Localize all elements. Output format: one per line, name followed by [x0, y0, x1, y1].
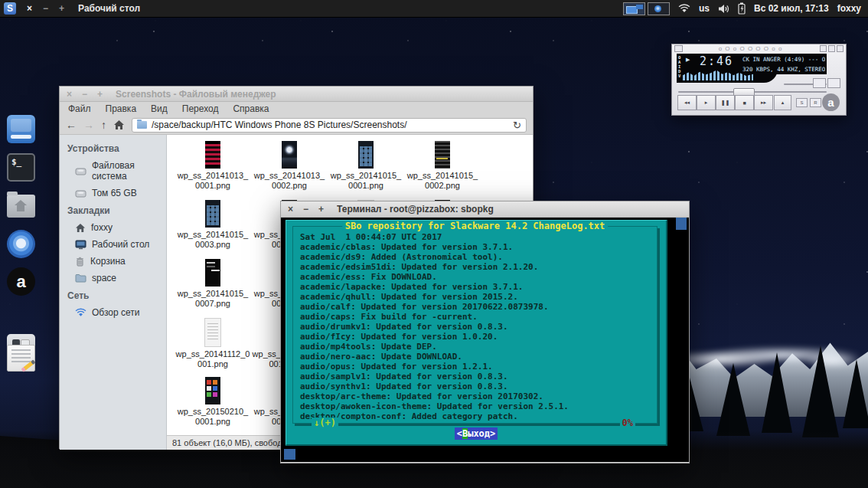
panel-clock[interactable]: Вс 02 июл, 17:13 [754, 3, 829, 14]
workspace-2[interactable] [648, 2, 670, 15]
up-icon[interactable]: ↑ [101, 120, 106, 130]
player-shade-button[interactable] [828, 45, 835, 52]
workspace-1[interactable] [623, 2, 645, 15]
volume-icon[interactable] [718, 4, 729, 14]
pause-button[interactable]: ❚❚ [716, 95, 735, 110]
stop-button[interactable]: ■ [735, 95, 754, 110]
terminal-titlebar[interactable]: × − + Терминал - root@pizzabox: sbopkg [281, 201, 689, 218]
current-path[interactable]: /space/backup/HTC Windows Phone 8S Pictu… [152, 120, 407, 130]
changelog-text: Sat Jul 1 00:44:07 UTC 2017 academic/cbl… [300, 232, 657, 421]
eject-button[interactable]: ▴ [774, 95, 791, 110]
file-item[interactable]: wp_ss_20141013_0001.png [175, 141, 251, 200]
file-manager-icon[interactable] [7, 115, 35, 143]
file-item[interactable]: wp_ss_20141112_0001.png [175, 318, 251, 377]
session-user-menu[interactable]: foxxy [837, 3, 861, 14]
fm-toolbar: ← → ↑ /space/backup/HTC Windows Phone 8S… [60, 116, 533, 135]
terminal-minimize-button[interactable]: − [303, 205, 308, 214]
exit-button[interactable]: <Выход> [455, 427, 498, 440]
equalizer-button[interactable] [813, 78, 826, 88]
app-menu-button[interactable]: S [4, 2, 16, 15]
terminal-icon[interactable]: $_ [7, 153, 35, 182]
file-thumbnail [282, 141, 297, 169]
fm-minimize-button[interactable]: − [82, 90, 87, 99]
system-tray: us Вс 02 июл, 17:13 foxxy [623, 2, 861, 15]
reload-icon[interactable]: ↻ [513, 120, 521, 131]
player-title-dots: o O o O O O O o o [719, 46, 783, 52]
sidebar-item-network-browse[interactable]: Обзор сети [60, 304, 166, 321]
menu-file[interactable]: Файл [68, 103, 91, 114]
file-thumbnail [358, 141, 374, 169]
player-close-button[interactable] [837, 45, 844, 52]
home-icon[interactable] [113, 120, 125, 130]
file-item[interactable]: wp_ss_20141013_0002.png [251, 141, 328, 200]
panel-minimize-button[interactable]: − [43, 3, 48, 14]
sidebar-item-desktop[interactable]: Рабочий стол [60, 236, 166, 253]
file-item[interactable]: wp_ss_20141015_0001.png [328, 141, 404, 200]
terminal-close-button[interactable]: × [288, 205, 293, 214]
file-item[interactable]: wp_ss_20141015_0007.png [175, 259, 251, 318]
file-name: wp_ss_20141013_0002.png [252, 171, 327, 191]
menu-edit[interactable]: Правка [106, 103, 137, 114]
file-item[interactable]: wp_ss_20141015_0002.png [404, 141, 481, 200]
player-titlebar[interactable]: o O o O O O O o o [672, 44, 846, 53]
sidebar-section-devices: Устройства [60, 139, 166, 157]
workspace-pager [623, 2, 670, 15]
audacious-logo[interactable]: a [822, 93, 840, 111]
battery-icon[interactable] [738, 2, 746, 15]
back-icon[interactable]: ← [66, 120, 77, 130]
folder-icon [137, 121, 147, 129]
player-menu-icon[interactable] [674, 45, 683, 52]
playlist-button[interactable] [827, 78, 840, 88]
player-track-title[interactable]: CK IN ANGER (4:49) --- OASIS - [742, 56, 825, 63]
keyboard-layout-indicator[interactable]: us [699, 3, 710, 14]
tree-silhouette [716, 363, 750, 436]
repeat-button[interactable]: R [810, 98, 821, 107]
fm-maximize-button[interactable]: + [97, 90, 103, 99]
forward-icon[interactable]: → [83, 120, 94, 130]
drive-icon [75, 188, 86, 198]
menu-help[interactable]: Справка [233, 103, 269, 114]
terminal-maximize-button[interactable]: + [318, 205, 324, 214]
tree-silhouette [762, 352, 792, 433]
active-window-title[interactable]: Рабочий стол [78, 3, 140, 14]
sidebar-item-home[interactable]: foxxy [60, 219, 166, 236]
audacious-icon[interactable]: a [7, 267, 35, 296]
sidebar-item-filesystem[interactable]: Файловая система [60, 157, 166, 185]
player-clutterbar[interactable]: OAIDV [678, 55, 683, 78]
pencil-glyph [21, 359, 36, 372]
fm-close-button[interactable]: × [67, 90, 72, 99]
player-minimize-button[interactable] [820, 45, 827, 52]
sidebar-item-space[interactable]: space [60, 270, 166, 287]
file-item[interactable]: wp_ss_20141015_0003.png [175, 200, 251, 259]
home-folder-icon[interactable] [7, 192, 35, 220]
panel-close-button[interactable]: × [27, 3, 32, 14]
shuffle-button[interactable]: S [796, 98, 808, 107]
sidebar-item-trash[interactable]: Корзина [60, 253, 166, 270]
player-time[interactable]: 2:46 [700, 54, 733, 68]
file-thumbnail [205, 377, 220, 404]
wifi-icon[interactable] [678, 4, 690, 13]
fm-titlebar[interactable]: × − + Screenshots - Файловый менеджер [60, 87, 533, 102]
terminal-screen[interactable]: SBo repository for Slackware 14.2 Change… [281, 218, 689, 462]
seek-slider[interactable] [678, 91, 827, 93]
next-button[interactable]: ▸▸ [754, 95, 773, 110]
menu-view[interactable]: Вид [151, 103, 168, 114]
text-editor-icon[interactable] [7, 343, 35, 372]
chromium-icon[interactable] [7, 230, 35, 258]
path-bar[interactable]: /space/backup/HTC Windows Phone 8S Pictu… [132, 118, 527, 133]
file-item[interactable]: wp_ss_20150210_0001.png [175, 377, 251, 435]
cloud-band [661, 346, 863, 368]
file-thumbnail [205, 200, 220, 228]
tree-silhouette [843, 359, 868, 428]
panel-maximize-button[interactable]: + [59, 3, 64, 14]
tree-silhouette [802, 346, 839, 437]
file-thumbnail [205, 141, 220, 169]
sbopkg-changelog-dialog: SBo repository for Slackware 14.2 Change… [286, 220, 667, 446]
menu-go[interactable]: Переход [182, 103, 219, 114]
previous-button[interactable]: ◂◂ [677, 95, 697, 110]
sidebar-item-label: Корзина [90, 256, 126, 267]
sidebar-item-label: Файловая система [92, 160, 162, 182]
sidebar-item-volume[interactable]: Том 65 GB [60, 185, 166, 201]
audacious-player: o O o O O O O o o OAIDV ▶ 2:46 CK IN ANG… [671, 44, 847, 116]
play-button[interactable]: ▸ [697, 95, 716, 110]
